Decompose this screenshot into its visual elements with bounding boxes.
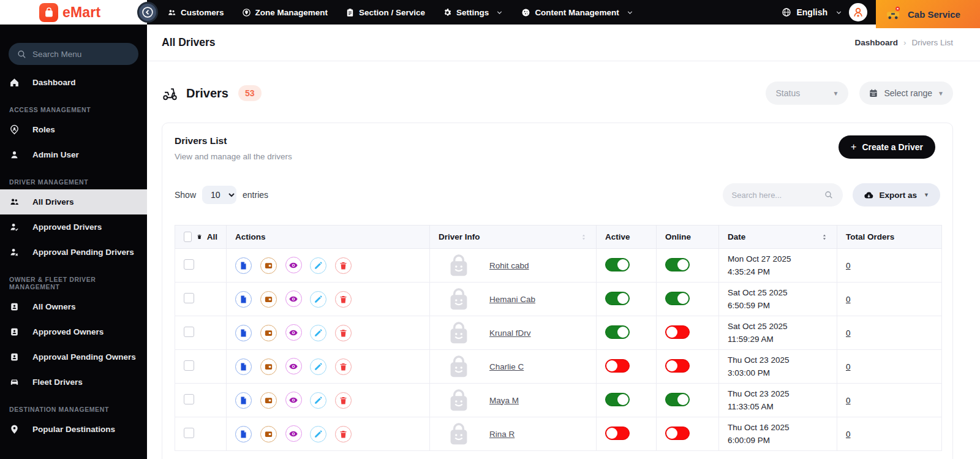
service-panel[interactable]: Cab Service <box>876 0 980 28</box>
edit-action-button[interactable] <box>310 291 326 308</box>
edit-action-button[interactable] <box>310 257 326 274</box>
show-label: Show <box>175 190 196 200</box>
row-checkbox[interactable] <box>184 428 194 438</box>
wallet-action-button[interactable] <box>260 426 277 442</box>
column-driver-info[interactable]: Driver Info <box>430 226 597 249</box>
nav-customers[interactable]: Customers <box>167 8 224 17</box>
sidebar-item-popular-destinations[interactable]: Popular Destinations <box>0 417 147 442</box>
document-action-button[interactable] <box>235 358 252 375</box>
status-filter-dropdown[interactable]: Status ▼ <box>766 82 848 105</box>
sidebar-item-fleet-drivers[interactable]: Fleet Drivers <box>0 370 147 395</box>
sidebar-search[interactable] <box>9 43 138 65</box>
online-toggle[interactable] <box>665 393 690 406</box>
online-toggle[interactable] <box>665 292 690 305</box>
document-action-button[interactable] <box>235 291 252 308</box>
active-toggle[interactable] <box>605 427 630 440</box>
driver-name-link[interactable]: Krunal fDrv <box>489 328 531 338</box>
table-search[interactable] <box>723 183 843 207</box>
edit-action-button[interactable] <box>310 392 326 409</box>
total-orders-link[interactable]: 0 <box>846 295 851 304</box>
document-action-button[interactable] <box>235 426 252 442</box>
total-orders-link[interactable]: 0 <box>846 430 851 439</box>
document-action-button[interactable] <box>235 392 252 409</box>
brand-logo[interactable]: eMart <box>0 0 147 25</box>
nav-zone-management[interactable]: Zone Management <box>242 8 328 17</box>
sidebar-item-roles[interactable]: Roles <box>0 117 147 142</box>
create-driver-button[interactable]: + Create a Driver <box>839 135 935 159</box>
row-checkbox[interactable] <box>184 360 194 371</box>
page-size-select[interactable]: 10 <box>202 186 236 204</box>
export-as-button[interactable]: Export as ▼ <box>853 183 940 207</box>
sidebar-search-input[interactable] <box>32 50 124 59</box>
row-checkbox[interactable] <box>184 394 194 404</box>
driver-name-link[interactable]: Rohit cabd <box>489 261 529 270</box>
online-toggle[interactable] <box>665 359 690 373</box>
wallet-action-button[interactable] <box>260 291 277 308</box>
column-date[interactable]: Date <box>719 226 837 249</box>
total-orders-link[interactable]: 0 <box>846 261 851 270</box>
sidebar-item-approval-pending-owners[interactable]: Approval Pending Owners <box>0 344 147 370</box>
sidebar-item-all-owners[interactable]: All Owners <box>0 294 147 319</box>
row-checkbox[interactable] <box>184 327 194 337</box>
nav-zone-label: Zone Management <box>255 8 328 17</box>
sidebar-item-admin-user[interactable]: Admin User <box>0 142 147 167</box>
nav-content-management[interactable]: Content Management <box>521 8 633 17</box>
edit-action-button[interactable] <box>310 358 326 375</box>
view-action-button[interactable] <box>285 324 302 341</box>
wallet-action-button[interactable] <box>260 392 277 409</box>
nav-settings[interactable]: Settings <box>443 8 503 17</box>
date-range-picker[interactable]: Select range ▼ <box>859 82 953 105</box>
active-toggle[interactable] <box>605 359 630 373</box>
view-action-button[interactable] <box>285 392 302 408</box>
driver-name-link[interactable]: Maya M <box>489 396 519 405</box>
sidebar-item-all-drivers[interactable]: All Drivers <box>0 189 147 214</box>
wallet-action-button[interactable] <box>260 257 277 274</box>
driver-name-link[interactable]: Rina R <box>489 430 514 439</box>
online-toggle[interactable] <box>665 427 690 440</box>
search-icon <box>17 49 27 59</box>
delete-action-button[interactable] <box>335 291 352 308</box>
view-action-button[interactable] <box>285 425 302 442</box>
sidebar-item-dashboard[interactable]: Dashboard <box>0 70 147 95</box>
nav-section-service[interactable]: Section / Service <box>345 8 425 17</box>
driver-name-link[interactable]: Charlie C <box>489 362 524 371</box>
wallet-action-button[interactable] <box>260 358 277 375</box>
column-actions: Actions <box>227 226 430 249</box>
active-toggle[interactable] <box>605 292 630 305</box>
view-action-button[interactable] <box>285 290 302 307</box>
sidebar-item-approved-drivers[interactable]: Approved Drivers <box>0 214 147 240</box>
total-orders-link[interactable]: 0 <box>846 328 851 338</box>
row-checkbox[interactable] <box>184 259 194 270</box>
delete-action-button[interactable] <box>335 257 352 274</box>
sidebar-collapse-button[interactable] <box>137 2 158 23</box>
trash-icon[interactable] <box>197 233 202 241</box>
delete-action-button[interactable] <box>335 358 352 375</box>
active-toggle[interactable] <box>605 325 630 339</box>
view-action-button[interactable] <box>285 358 302 374</box>
online-toggle[interactable] <box>665 325 690 339</box>
driver-avatar <box>445 352 473 381</box>
view-action-button[interactable] <box>285 257 302 273</box>
user-avatar[interactable] <box>849 3 867 21</box>
delete-action-button[interactable] <box>335 392 352 409</box>
delete-action-button[interactable] <box>335 325 352 341</box>
edit-action-button[interactable] <box>310 325 326 341</box>
edit-action-button[interactable] <box>310 426 326 442</box>
sidebar-item-approval-pending-drivers[interactable]: Approval Pending Drivers <box>0 240 147 265</box>
table-search-input[interactable] <box>732 191 812 200</box>
document-action-button[interactable] <box>235 257 252 274</box>
select-all-checkbox[interactable] <box>184 232 192 242</box>
document-action-button[interactable] <box>235 325 252 341</box>
sidebar-item-approved-owners[interactable]: Approved Owners <box>0 319 147 344</box>
language-switcher[interactable]: English <box>782 7 843 17</box>
online-toggle[interactable] <box>665 258 690 271</box>
driver-name-link[interactable]: Hemani Cab <box>489 295 535 304</box>
breadcrumb-dashboard-link[interactable]: Dashboard <box>854 38 898 47</box>
active-toggle[interactable] <box>605 393 630 406</box>
total-orders-link[interactable]: 0 <box>846 396 851 405</box>
wallet-action-button[interactable] <box>260 325 277 341</box>
active-toggle[interactable] <box>605 258 630 271</box>
delete-action-button[interactable] <box>335 426 352 442</box>
total-orders-link[interactable]: 0 <box>846 362 851 371</box>
row-checkbox[interactable] <box>184 293 194 303</box>
